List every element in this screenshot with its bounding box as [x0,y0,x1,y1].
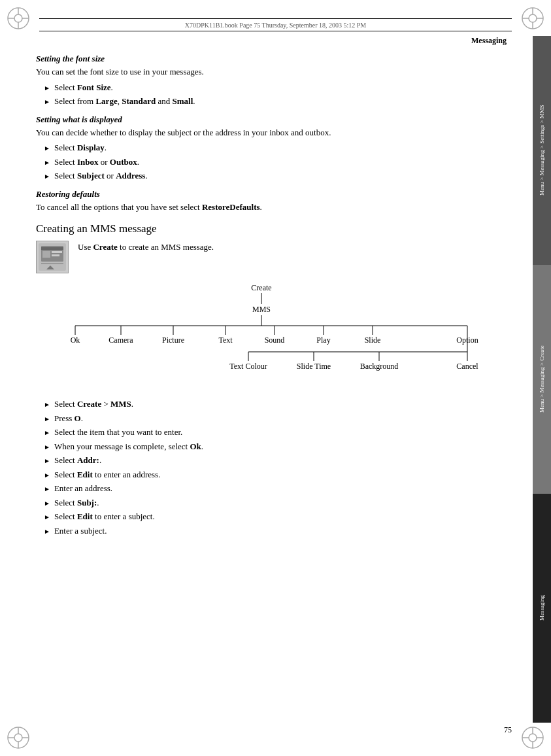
bullet-mms-5: ► Select Addr:. [44,454,526,467]
svg-text:Ok: Ok [71,335,80,345]
mms-icon [36,241,69,273]
bullet-arrow-icon: ► [44,456,50,466]
bullet-arrow-icon: ► [44,526,50,536]
bullet-arrow-icon: ► [44,83,50,93]
mms-diagram: Create MMS Ok Camera Picture Text [49,281,513,386]
svg-text:Slide: Slide [365,335,381,345]
section-display-body: You can decide whether to display the su… [36,126,526,139]
corner-decoration-tr [520,5,546,31]
svg-rect-29 [52,254,59,256]
bullet-mms-7: ► Enter an address. [44,482,526,495]
svg-rect-30 [41,263,63,264]
bullet-arrow-icon: ► [44,498,50,508]
bullet-mms-6: ► Select Edit to enter an address. [44,468,526,481]
bullet-arrow-icon: ► [44,171,50,181]
svg-text:Cancel: Cancel [456,362,478,371]
bullet-mms-10: ► Enter a subject. [44,524,526,538]
svg-rect-26 [41,247,63,250]
svg-point-1 [14,14,22,22]
bullet-arrow-icon: ► [44,143,50,153]
bullet-mms-8: ► Select Subj:. [44,496,526,509]
bullet-arrow-icon: ► [44,158,50,167]
page-number: 75 [504,725,512,735]
bullet-font-size-1: ► Select Font Size. [44,81,526,94]
sidebar-tab-3: Messaging [533,494,551,723]
bullet-arrow-icon: ► [44,512,50,522]
corner-decoration-br [520,725,546,751]
right-sidebar: Menu > Messaging > Settings > MMS Menu >… [533,36,551,723]
mms-create-box: Use Create to create an MMS message. [36,241,526,273]
bullet-arrow-icon: ► [44,442,50,452]
bullet-display-3: ► Select Subject or Address. [44,169,526,182]
svg-text:Text Colour: Text Colour [229,362,267,371]
bullet-mms-3: ► Select the item that you want to enter… [44,426,526,439]
section-heading: Messaging [36,36,526,46]
bullet-mms-1: ► Select Create > MMS. [44,398,526,411]
svg-text:Sound: Sound [265,335,285,345]
bullet-mms-9: ► Select Edit to enter a subject. [44,510,526,523]
svg-text:Slide Time: Slide Time [297,362,331,371]
section-font-size-title: Setting the font size [36,54,526,64]
mms-heading: Creating an MMS message [36,222,526,235]
sidebar-tab-1: Menu > Messaging > Settings > MMS [533,36,551,265]
section-display-title: Setting what is displayed [36,114,526,125]
svg-rect-27 [42,251,50,258]
svg-text:Create: Create [251,283,271,292]
svg-text:Play: Play [316,335,330,345]
bullet-arrow-icon: ► [44,400,50,409]
section-restore-body: To cancel all the options that you have … [36,201,526,214]
bullet-arrow-icon: ► [44,414,50,424]
svg-point-13 [14,734,22,742]
bullet-mms-4: ► When your message is complete, select … [44,440,526,453]
svg-point-19 [529,734,537,742]
svg-text:MMS: MMS [252,305,271,314]
svg-rect-28 [52,251,62,253]
topbar-text: X70DPK11B1.book Page 75 Thursday, Septem… [185,22,366,29]
svg-text:Background: Background [360,362,399,371]
bullet-mms-2: ► Press O. [44,412,526,425]
top-bar: X70DPK11B1.book Page 75 Thursday, Septem… [39,18,512,31]
main-content: Messaging Setting the font size You can … [36,36,526,720]
section-restore-title: Restoring defaults [36,189,526,199]
svg-text:Camera: Camera [109,335,133,345]
bullet-display-2: ► Select Inbox or Outbox. [44,156,526,169]
svg-text:Text: Text [218,335,233,345]
svg-text:Picture: Picture [162,335,184,345]
section-font-size-body: You can set the font size to use in your… [36,65,526,78]
bullet-arrow-icon: ► [44,484,50,494]
sidebar-tab-2: Menu > Messaging > Create [533,265,551,494]
bullet-font-size-2: ► Select from Large, Standard and Small. [44,95,526,108]
mms-intro-text: Use Create to create an MMS message. [78,241,214,254]
bullet-arrow-icon: ► [44,428,50,438]
corner-decoration-tl [5,5,31,31]
bullet-display-1: ► Select Display. [44,141,526,154]
mms-bullets: ► Select Create > MMS. ► Press O. ► Sele… [36,398,526,537]
bullet-arrow-icon: ► [44,97,50,107]
bullet-arrow-icon: ► [44,470,50,480]
svg-point-7 [529,14,537,22]
corner-decoration-bl [5,725,31,751]
